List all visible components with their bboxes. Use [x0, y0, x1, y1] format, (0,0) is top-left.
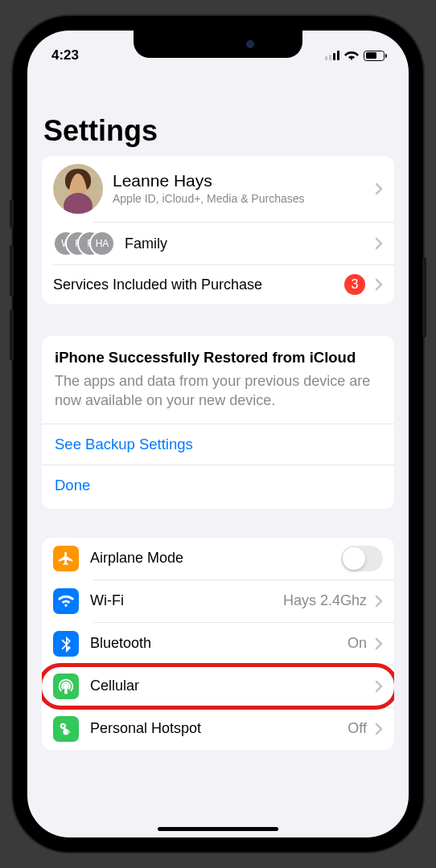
- airplane-icon: [53, 546, 79, 571]
- wifi-status-icon: [344, 50, 359, 61]
- wifi-detail: Hays 2.4Ghz: [283, 592, 367, 609]
- page-title: Settings: [42, 69, 394, 156]
- bluetooth-detail: On: [348, 635, 367, 652]
- chevron-right-icon: [375, 680, 383, 693]
- services-badge: 3: [344, 274, 365, 295]
- chevron-right-icon: [375, 278, 383, 291]
- services-label: Services Included with Purchase: [53, 276, 344, 293]
- phone-frame: 4:23 Settings Leanne Hays Apple ID, iClo…: [13, 16, 423, 852]
- done-link[interactable]: Done: [55, 465, 381, 496]
- airplane-label: Airplane Mode: [90, 550, 341, 567]
- family-avatar: HA: [89, 231, 115, 256]
- profile-subtitle: Apple ID, iCloud+, Media & Purchases: [113, 191, 375, 206]
- hotspot-detail: Off: [348, 720, 367, 737]
- airplane-mode-row[interactable]: Airplane Mode: [42, 538, 394, 579]
- status-time: 4:23: [51, 47, 79, 63]
- cellular-signal-icon: [325, 51, 339, 60]
- apple-id-row[interactable]: Leanne Hays Apple ID, iCloud+, Media & P…: [42, 156, 394, 222]
- home-indicator[interactable]: [158, 827, 278, 831]
- chevron-right-icon: [375, 182, 383, 195]
- notch: [134, 31, 302, 58]
- cellular-icon: [53, 674, 79, 699]
- restore-card: iPhone Successfully Restored from iCloud…: [42, 336, 394, 509]
- battery-icon: [364, 51, 385, 61]
- hotspot-icon: [53, 716, 79, 742]
- wifi-icon: [53, 588, 79, 614]
- wifi-row[interactable]: Wi-Fi Hays 2.4Ghz: [42, 580, 394, 622]
- bluetooth-row[interactable]: Bluetooth On: [42, 623, 394, 665]
- chevron-right-icon: [375, 237, 383, 250]
- profile-card: Leanne Hays Apple ID, iCloud+, Media & P…: [42, 156, 394, 304]
- silent-switch: [10, 199, 14, 228]
- hotspot-row[interactable]: Personal Hotspot Off: [42, 708, 394, 750]
- chevron-right-icon: [375, 637, 383, 650]
- services-row[interactable]: Services Included with Purchase 3: [42, 265, 394, 304]
- profile-avatar: [53, 164, 103, 214]
- wifi-label: Wi-Fi: [90, 592, 283, 609]
- volume-up: [10, 245, 14, 297]
- bluetooth-label: Bluetooth: [90, 635, 348, 652]
- chevron-right-icon: [375, 595, 383, 608]
- cellular-label: Cellular: [90, 678, 375, 694]
- chevron-right-icon: [375, 723, 383, 735]
- backup-settings-link[interactable]: See Backup Settings: [55, 424, 381, 465]
- restore-text: The apps and data from your previous dev…: [55, 371, 381, 411]
- cellular-row[interactable]: Cellular: [42, 665, 394, 707]
- volume-down: [10, 309, 14, 361]
- power-button: [422, 257, 426, 338]
- airplane-toggle[interactable]: [341, 546, 383, 571]
- screen: 4:23 Settings Leanne Hays Apple ID, iClo…: [27, 31, 409, 837]
- profile-name: Leanne Hays: [113, 171, 375, 190]
- family-label: Family: [125, 235, 375, 252]
- settings-list: Airplane Mode Wi-Fi Hays 2.4Ghz: [42, 538, 394, 750]
- restore-title: iPhone Successfully Restored from iCloud: [55, 349, 381, 366]
- bluetooth-icon: [53, 631, 79, 657]
- hotspot-label: Personal Hotspot: [90, 720, 348, 737]
- family-row[interactable]: W F F HA Family: [42, 223, 394, 264]
